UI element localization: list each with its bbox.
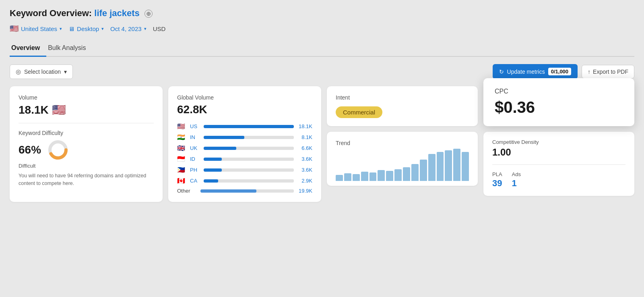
select-location-label: Select location xyxy=(24,69,61,75)
date-chevron-icon: ▾ xyxy=(144,26,147,31)
export-label: Export to PDF xyxy=(593,69,628,75)
trend-bar xyxy=(336,175,343,181)
right-column: CPC $0.36 Competitive Density 1.00 PLA 3… xyxy=(483,86,634,202)
country-volume: 18.1K xyxy=(297,123,312,129)
country-row: 🇮🇳 IN 8.1K xyxy=(177,133,312,141)
update-metrics-button[interactable]: ↻ Update metrics 0/1,000 xyxy=(493,64,578,79)
country-code: UK xyxy=(190,145,200,151)
trend-bar xyxy=(411,164,419,181)
global-volume-label: Global Volume xyxy=(177,94,312,101)
intent-badge: Commercial xyxy=(336,103,469,118)
intent-label: Intent xyxy=(336,94,469,101)
kd-difficulty-label: Difficult xyxy=(19,163,154,169)
intent-trend-column: Intent Commercial Trend xyxy=(327,86,478,202)
country-code: IN xyxy=(190,134,200,140)
competitive-density-card: Competitive Density 1.00 PLA 39 Ads 1 xyxy=(483,132,634,196)
main-grid: Volume 18.1K 🇺🇸 Keyword Difficulty 66% D… xyxy=(10,86,634,202)
cpc-card: CPC $0.36 xyxy=(483,78,634,126)
country-bar-bg xyxy=(204,125,294,128)
country-flag-icon: 🇨🇦 xyxy=(177,177,187,185)
country-volume: 3.6K xyxy=(297,167,312,173)
tab-bulk-analysis[interactable]: Bulk Analysis xyxy=(46,41,92,57)
intent-card: Intent Commercial xyxy=(327,86,478,126)
country-bar-fill xyxy=(204,179,218,183)
tab-overview[interactable]: Overview xyxy=(10,41,46,57)
kd-description: You will need to have 94 referring domai… xyxy=(19,172,154,187)
location-icon: ◎ xyxy=(16,68,21,75)
country-bar-bg xyxy=(204,147,294,150)
country-bar-bg xyxy=(204,179,294,183)
country-flag-icon: 🇵🇭 xyxy=(177,166,187,174)
title-keyword: life jackets xyxy=(94,8,140,18)
device-chevron-icon: ▾ xyxy=(101,26,104,31)
other-bar-bg xyxy=(200,189,294,193)
volume-card: Volume 18.1K 🇺🇸 Keyword Difficulty 66% D… xyxy=(10,86,163,202)
location-chevron-icon: ▾ xyxy=(64,69,67,75)
trend-bar xyxy=(437,152,444,181)
trend-card: Trend xyxy=(327,132,478,186)
volume-flag: 🇺🇸 xyxy=(52,103,66,116)
trend-bar xyxy=(369,172,377,181)
country-volume: 3.6K xyxy=(297,156,312,162)
tabs-row: Overview Bulk Analysis xyxy=(10,41,634,57)
country-volume: 2.9K xyxy=(297,178,312,184)
cpc-label: CPC xyxy=(495,88,623,95)
country-bar-fill xyxy=(204,168,222,172)
volume-value: 18.1K 🇺🇸 xyxy=(19,103,154,116)
ads-label: Ads xyxy=(512,171,521,177)
country-filter[interactable]: 🇺🇸 United States ▾ xyxy=(10,23,62,35)
country-flag-icon: 🇺🇸 xyxy=(177,123,187,130)
refresh-icon: ↻ xyxy=(499,69,504,75)
title-prefix: Keyword Overview: xyxy=(10,8,92,18)
global-volume-value: 62.8K xyxy=(177,103,312,116)
pla-label: PLA xyxy=(492,171,502,177)
country-row: 🇺🇸 US 18.1K xyxy=(177,123,312,130)
export-button[interactable]: ↑ Export to PDF xyxy=(582,65,634,79)
add-keyword-icon[interactable]: ⊕ xyxy=(144,10,153,18)
currency-label: USD xyxy=(153,25,166,32)
comp-density-label: Competitive Density xyxy=(492,139,625,145)
country-code: PH xyxy=(190,167,200,173)
country-flag: 🇺🇸 xyxy=(10,24,19,33)
country-volume: 8.1K xyxy=(297,134,312,140)
page-title: Keyword Overview: life jackets ⊕ xyxy=(10,8,634,19)
metrics-count-badge: 0/1,000 xyxy=(548,68,571,75)
trend-bar xyxy=(353,174,360,181)
trend-bar xyxy=(394,169,402,181)
comp-density-value: 1.00 xyxy=(492,147,625,158)
country-code: ID xyxy=(190,156,200,162)
country-bar-fill xyxy=(204,147,236,150)
device-filter[interactable]: 🖥 Desktop ▾ xyxy=(68,24,104,34)
country-bar-bg xyxy=(204,158,294,161)
other-row: Other 19.9K xyxy=(177,188,312,194)
date-filter[interactable]: Oct 4, 2023 ▾ xyxy=(110,24,147,34)
ads-value: 1 xyxy=(512,178,521,189)
country-flag-icon: 🇮🇳 xyxy=(177,133,187,141)
kd-value: 66% xyxy=(19,143,41,156)
kd-value-row: 66% xyxy=(19,139,154,161)
kd-donut-chart xyxy=(47,139,69,161)
country-flag-icon: 🇬🇧 xyxy=(177,144,187,152)
trend-bar xyxy=(344,173,351,181)
cpc-value: $0.36 xyxy=(495,98,623,116)
filters-row: 🇺🇸 United States ▾ 🖥 Desktop ▾ Oct 4, 20… xyxy=(10,23,634,35)
country-code: US xyxy=(190,123,200,129)
trend-bar xyxy=(445,150,452,181)
date-label: Oct 4, 2023 xyxy=(110,25,142,32)
page-header: Keyword Overview: life jackets ⊕ 🇺🇸 Unit… xyxy=(10,8,634,35)
select-location-button[interactable]: ◎ Select location ▾ xyxy=(10,64,73,79)
pla-ads-row: PLA 39 Ads 1 xyxy=(492,171,625,189)
country-flag-icon: 🇮🇩 xyxy=(177,155,187,163)
trend-chart xyxy=(336,149,469,181)
country-bar-fill xyxy=(204,125,294,128)
trend-bar xyxy=(420,160,427,181)
country-bar-fill xyxy=(204,136,244,139)
trend-bar xyxy=(428,154,436,181)
device-icon: 🖥 xyxy=(68,25,74,32)
other-label: Other xyxy=(177,188,197,194)
update-metrics-label: Update metrics xyxy=(507,69,545,75)
global-volume-card: Global Volume 62.8K 🇺🇸 US 18.1K 🇮🇳 IN 8.… xyxy=(168,86,321,202)
ads-col: Ads 1 xyxy=(512,171,521,189)
trend-bar xyxy=(378,170,385,181)
country-label: United States xyxy=(21,25,57,32)
